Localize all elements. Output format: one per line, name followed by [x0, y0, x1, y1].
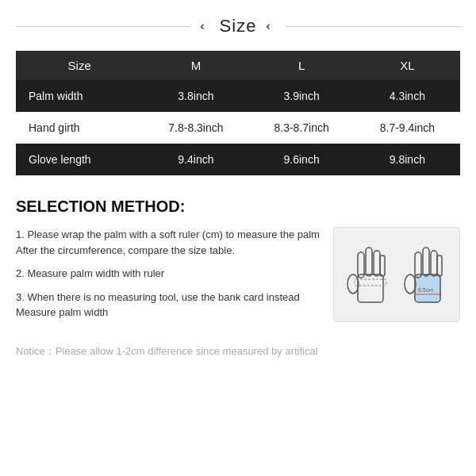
svg-rect-11 [431, 251, 437, 276]
selection-steps: 1. Please wrap the palm with a soft rule… [16, 227, 321, 328]
row-m-value: 7.8-8.3inch [143, 112, 248, 144]
row-label: Glove length [16, 144, 143, 175]
step-3: 3. When there is no measuring tool, use … [16, 290, 321, 321]
row-xl-value: 4.3inch [355, 80, 460, 112]
table-row: Hand girth 7.8-8.3inch 8.3-8.7inch 8.7-9… [16, 112, 460, 144]
hand-svg: 8.5cm [337, 231, 456, 318]
selection-content: 1. Please wrap the palm with a soft rule… [16, 227, 460, 328]
col-header-xl: XL [355, 51, 460, 80]
svg-rect-3 [366, 248, 372, 276]
row-l-value: 9.6inch [249, 144, 355, 175]
table-row: Glove length 9.4inch 9.6inch 9.8inch [16, 144, 460, 175]
svg-text:8.5cm: 8.5cm [418, 287, 433, 293]
size-table: Size M L XL Palm width 3.8inch 3.9inch 4… [16, 51, 460, 175]
header-line-left [16, 26, 190, 27]
row-m-value: 9.4inch [143, 144, 248, 175]
selection-section: SELECTION METHOD: 1. Please wrap the pal… [16, 198, 460, 328]
svg-rect-9 [415, 252, 421, 278]
section-title: Size [220, 16, 257, 36]
svg-rect-6 [355, 279, 386, 286]
row-xl-value: 9.8inch [355, 144, 460, 175]
hand-illustration: 8.5cm [333, 227, 460, 322]
table-row: Palm width 3.8inch 3.9inch 4.3inch [16, 80, 460, 112]
col-header-m: M [143, 51, 248, 80]
row-l-value: 8.3-8.7inch [249, 112, 355, 144]
row-xl-value: 8.7-9.4inch [355, 112, 460, 144]
svg-rect-0 [358, 274, 383, 302]
row-label: Palm width [16, 80, 143, 112]
table-header-row: Size M L XL [16, 51, 460, 80]
row-label: Hand girth [16, 112, 143, 144]
row-l-value: 3.9inch [249, 80, 355, 112]
svg-rect-10 [423, 248, 429, 276]
chevron-right-icon[interactable]: ⌄ [263, 21, 278, 32]
svg-rect-4 [374, 251, 380, 276]
svg-rect-5 [380, 255, 385, 276]
row-m-value: 3.8inch [143, 80, 248, 112]
chevron-left-icon[interactable]: ⌄ [198, 21, 213, 32]
svg-point-1 [347, 274, 359, 294]
svg-point-8 [405, 274, 416, 294]
step-2: 2. Measure palm width with ruler [16, 266, 321, 282]
selection-title: SELECTION METHOD: [16, 198, 460, 216]
header-line-right [286, 26, 460, 27]
size-header: ⌄ Size ⌄ [16, 16, 460, 36]
svg-rect-2 [358, 252, 364, 278]
step-1: 1. Please wrap the palm with a soft rule… [16, 227, 321, 258]
svg-rect-12 [437, 255, 442, 276]
col-header-size: Size [16, 51, 143, 80]
notice-text: Notice：Please allow 1-2cm difference sin… [16, 344, 460, 359]
col-header-l: L [249, 51, 355, 80]
